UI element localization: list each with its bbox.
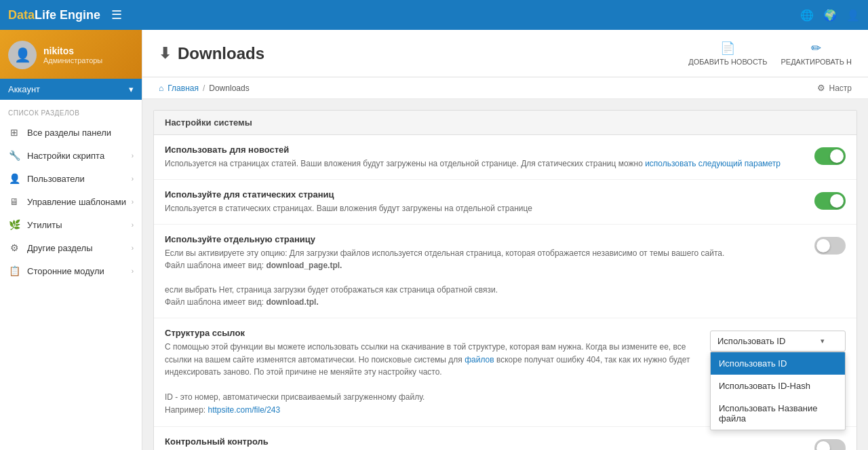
avatar: 👤	[8, 41, 37, 69]
chevron-right-icon: ›	[132, 152, 134, 160]
dropdown-option-filename[interactable]: Использовать Название файла	[711, 397, 845, 430]
sidebar-item-template-mgmt[interactable]: 🖥 Управление шаблонами ›	[0, 190, 142, 213]
menu-toggle-icon[interactable]: ☰	[111, 7, 122, 22]
sidebar-item-label: Настройки скрипта	[27, 151, 104, 161]
breadcrumb-bar: ⌂ Главная / Downloads ⚙ Настр	[142, 77, 868, 99]
template-name2: download.tpl.	[266, 297, 318, 307]
username: nikitos	[43, 45, 134, 56]
gear-settings-icon: ⚙	[817, 83, 825, 93]
toggle-use-news[interactable]	[814, 147, 846, 167]
settings-card-header: Настройки системы	[154, 111, 856, 135]
edit-icon: ✏	[811, 41, 821, 56]
add-news-icon: 📄	[720, 41, 735, 56]
chevron-right-icon: ›	[132, 244, 134, 252]
dropdown-value: Использовать ID	[717, 336, 785, 346]
setting-title: Структура ссылок	[165, 328, 699, 338]
breadcrumb-home-icon: ⌂	[159, 83, 163, 93]
toggle-thumb	[816, 239, 830, 252]
main-layout: 👤 nikitos Администраторы Аккаунт ▾ СПИСО…	[0, 30, 868, 450]
breadcrumb-current: Downloads	[209, 83, 249, 93]
user-info: nikitos Администраторы	[43, 45, 134, 64]
toggle-track	[814, 237, 846, 255]
user-role: Администраторы	[43, 56, 134, 64]
gear-icon: ⚙	[8, 242, 20, 253]
chevron-right-icon: ›	[132, 175, 134, 183]
globe-icon[interactable]: 🌍	[823, 9, 837, 22]
page-content: Настройки системы Использовать для новос…	[142, 99, 868, 450]
topbar: DataLife Engine ☰ 🌐 🌍 👤	[0, 0, 868, 30]
dropdown-option-id-hash[interactable]: Использовать ID-Hash	[711, 375, 845, 397]
breadcrumb-settings-link[interactable]: ⚙ Настр	[817, 83, 852, 93]
dropdown-menu: Использовать ID Использовать ID-Hash Исп…	[710, 352, 846, 430]
modules-icon: 📋	[8, 265, 20, 276]
account-bar[interactable]: Аккаунт ▾	[0, 79, 142, 100]
breadcrumb-separator: /	[203, 83, 205, 93]
toggle-separate-page[interactable]	[814, 237, 846, 257]
toggle-use-static[interactable]	[814, 192, 846, 212]
sidebar-section-label: СПИСОК РАЗДЕЛОВ	[0, 100, 142, 121]
chevron-right-icon: ›	[132, 198, 134, 206]
download-icon: ⬇	[159, 45, 171, 62]
page-title-text: Downloads	[178, 44, 264, 63]
setting-desc: Используется на страницах статей. Ваши в…	[165, 157, 804, 170]
grid-icon: ⊞	[8, 127, 20, 138]
setting-desc-link[interactable]: использовать следующий параметр	[645, 159, 781, 168]
breadcrumb-home-link[interactable]: Главная	[167, 83, 199, 93]
files-link[interactable]: файлов	[465, 355, 494, 364]
translate-icon[interactable]: 🌐	[800, 9, 814, 22]
setting-row-link-structure: Структура ссылок С помощью этой функции …	[154, 318, 856, 427]
setting-row-use-for-static: Используйте для статических страниц Испо…	[154, 180, 856, 225]
dropdown-option-id[interactable]: Использовать ID	[711, 352, 845, 375]
toggle-switch[interactable]	[814, 147, 846, 165]
setting-title: Используйте отдельную страницу	[165, 234, 804, 244]
toggle-switch[interactable]	[814, 237, 846, 255]
sidebar-item-utilities[interactable]: 🌿 Утилиты ›	[0, 213, 142, 236]
add-news-button[interactable]: 📄 ДОБАВИТЬ НОВОСТЬ	[688, 41, 767, 66]
setting-desc: Используется в статических страницах. Ва…	[165, 202, 804, 214]
sidebar-item-all-panels[interactable]: ⊞ Все разделы панели	[0, 121, 142, 144]
setting-desc: С помощью этой функции вы можете использ…	[165, 341, 699, 417]
sidebar-item-label: Другие разделы	[27, 243, 93, 253]
account-label: Аккаунт	[8, 84, 40, 94]
sidebar-item-other-sections[interactable]: ⚙ Другие разделы ›	[0, 236, 142, 259]
setting-title: Используйте для статических страниц	[165, 189, 804, 200]
setting-title: Использовать для новостей	[165, 145, 804, 155]
toggle-kontrol[interactable]	[814, 439, 846, 450]
sidebar-item-users[interactable]: 👤 Пользователи ›	[0, 167, 142, 190]
sidebar-item-third-party[interactable]: 📋 Сторонние модули ›	[0, 259, 142, 282]
example-link[interactable]: httpsite.com/file/243	[208, 405, 280, 415]
toggle-track	[814, 147, 846, 165]
wrench-icon: 🔧	[8, 150, 20, 161]
add-news-label: ДОБАВИТЬ НОВОСТЬ	[688, 58, 767, 66]
header-actions: 📄 ДОБАВИТЬ НОВОСТЬ ✏ РЕДАКТИРОВАТЬ Н	[688, 41, 852, 66]
topbar-icons: 🌐 🌍 👤	[800, 9, 860, 22]
user-icon[interactable]: 👤	[846, 9, 860, 22]
template-name: download_page.tpl.	[266, 261, 342, 270]
page-title: ⬇ Downloads	[159, 44, 264, 63]
leaf-icon: 🌿	[8, 219, 20, 230]
logo: DataLife Engine	[8, 8, 100, 22]
sidebar-item-label: Все разделы панели	[27, 128, 111, 138]
toggle-switch[interactable]	[814, 192, 846, 210]
content-area: ⬇ Downloads 📄 ДОБАВИТЬ НОВОСТЬ ✏ РЕДАКТИ…	[142, 30, 868, 450]
breadcrumb-settings-label: Настр	[829, 83, 852, 93]
setting-desc: Если вы активируете эту опцию: Для загру…	[165, 247, 804, 308]
sidebar-item-label: Утилиты	[27, 220, 62, 230]
toggle-switch[interactable]	[814, 439, 846, 450]
chevron-right-icon: ›	[132, 267, 134, 275]
sidebar-item-label: Управление шаблонами	[27, 197, 126, 207]
sidebar-item-script-settings[interactable]: 🔧 Настройки скрипта ›	[0, 144, 142, 167]
account-chevron-icon: ▾	[129, 84, 134, 94]
sidebar-item-label: Пользователи	[27, 174, 85, 184]
setting-row-use-for-news: Использовать для новостей Используется н…	[154, 135, 856, 180]
link-structure-dropdown[interactable]: Использовать ID ▾ Использовать ID Исполь…	[710, 331, 846, 352]
sidebar-item-label: Сторонние модули	[27, 266, 104, 276]
toggle-track	[814, 192, 846, 210]
breadcrumb: ⌂ Главная / Downloads	[159, 83, 250, 93]
sidebar: 👤 nikitos Администраторы Аккаунт ▾ СПИСО…	[0, 30, 142, 450]
edit-button[interactable]: ✏ РЕДАКТИРОВАТЬ Н	[781, 41, 852, 66]
toggle-thumb	[830, 194, 844, 208]
content-header: ⬇ Downloads 📄 ДОБАВИТЬ НОВОСТЬ ✏ РЕДАКТИ…	[142, 30, 868, 77]
dropdown-selected[interactable]: Использовать ID ▾	[710, 331, 846, 352]
settings-card: Настройки системы Использовать для новос…	[153, 110, 857, 450]
